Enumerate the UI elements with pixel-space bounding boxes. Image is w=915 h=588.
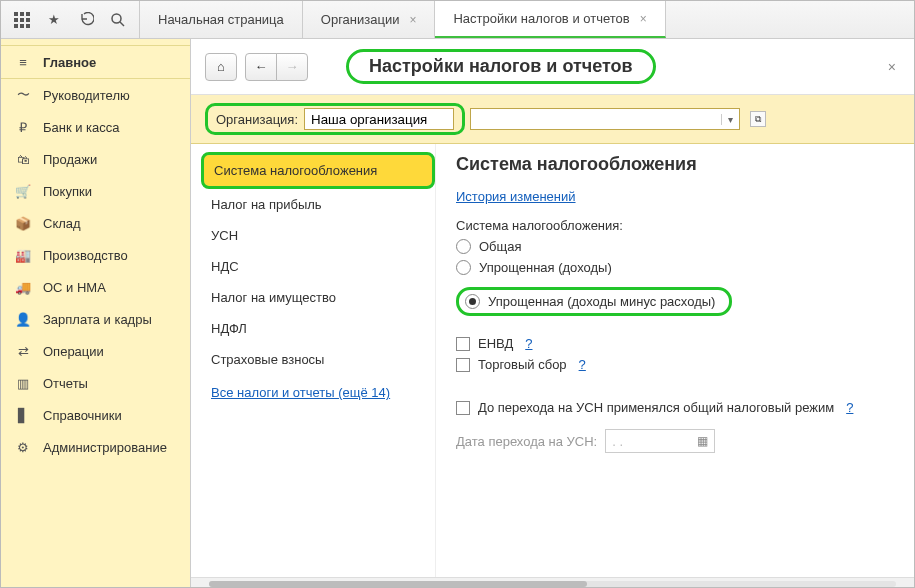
- sidebar-item-label: ОС и НМА: [43, 280, 106, 295]
- truck-icon: 🚚: [15, 279, 31, 295]
- star-icon[interactable]: ★: [45, 11, 63, 29]
- checkbox-label: Торговый сбор: [478, 357, 567, 372]
- section-insurance[interactable]: Страховые взносы: [201, 344, 435, 375]
- sidebar-item-purchases[interactable]: 🛒Покупки: [1, 175, 190, 207]
- sidebar-item-label: Руководителю: [43, 88, 130, 103]
- apps-icon[interactable]: [13, 11, 31, 29]
- sidebar-item-admin[interactable]: ⚙Администрирование: [1, 431, 190, 463]
- organization-input[interactable]: [304, 108, 454, 130]
- arrow-left-icon: ←: [255, 59, 268, 74]
- swap-icon: ⇄: [15, 343, 31, 359]
- checkbox-icon[interactable]: [456, 337, 470, 351]
- popup-open-icon[interactable]: ⧉: [750, 111, 766, 127]
- section-label: НДС: [211, 259, 239, 274]
- panel-heading: Система налогообложения: [456, 154, 894, 175]
- content-row: Система налогообложения Налог на прибыль…: [191, 144, 914, 577]
- checkbox-pre-usn-general-regime[interactable]: До перехода на УСН применялся общий нало…: [456, 400, 894, 415]
- section-vat[interactable]: НДС: [201, 251, 435, 282]
- svg-rect-7: [20, 24, 24, 28]
- tab-organizations[interactable]: Организации×: [303, 1, 436, 38]
- sidebar-item-warehouse[interactable]: 📦Склад: [1, 207, 190, 239]
- checkbox-trade-fee[interactable]: Торговый сбор ?: [456, 357, 894, 372]
- section-label: Система налогообложения: [214, 163, 377, 178]
- search-icon[interactable]: [109, 11, 127, 29]
- radio-icon[interactable]: [465, 294, 480, 309]
- organization-select[interactable]: ▾: [470, 108, 740, 130]
- sidebar-item-label: Покупки: [43, 184, 92, 199]
- help-icon[interactable]: ?: [525, 336, 532, 351]
- radio-group-label: Система налогообложения:: [456, 218, 894, 233]
- radio-icon[interactable]: [456, 260, 471, 275]
- section-label: Налог на имущество: [211, 290, 336, 305]
- date-label: Дата перехода на УСН:: [456, 434, 597, 449]
- chevron-down-icon[interactable]: ▾: [721, 114, 739, 125]
- section-property-tax[interactable]: Налог на имущество: [201, 282, 435, 313]
- svg-rect-6: [14, 24, 18, 28]
- help-icon[interactable]: ?: [846, 400, 853, 415]
- radio-usn-income[interactable]: Упрощенная (доходы): [456, 260, 894, 275]
- top-icon-row: ★: [1, 1, 140, 38]
- radio-usn-income-minus-expenses[interactable]: Упрощенная (доходы минус расходы): [456, 287, 732, 316]
- history-icon[interactable]: [77, 11, 95, 29]
- close-icon[interactable]: ×: [640, 12, 647, 26]
- tab-tax-settings[interactable]: Настройки налогов и отчетов×: [435, 1, 665, 38]
- sidebar-item-production[interactable]: 🏭Производство: [1, 239, 190, 271]
- svg-rect-1: [20, 12, 24, 16]
- factory-icon: 🏭: [15, 247, 31, 263]
- svg-line-10: [120, 22, 124, 26]
- sidebar: ≡Главное 〜Руководителю ₽Банк и касса 🛍Пр…: [1, 39, 191, 588]
- sidebar-item-bank[interactable]: ₽Банк и касса: [1, 111, 190, 143]
- section-tax-system[interactable]: Система налогообложения: [201, 152, 435, 189]
- page-toolbar: ⌂ ← → Настройки налогов и отчетов ×: [191, 39, 914, 95]
- radio-label: Общая: [479, 239, 522, 254]
- svg-rect-2: [26, 12, 30, 16]
- radio-icon[interactable]: [456, 239, 471, 254]
- scroll-thumb[interactable]: [209, 581, 587, 587]
- sidebar-item-assets[interactable]: 🚚ОС и НМА: [1, 271, 190, 303]
- scroll-track[interactable]: [209, 581, 896, 587]
- sidebar-item-label: Справочники: [43, 408, 122, 423]
- sidebar-item-hr[interactable]: 👤Зарплата и кадры: [1, 303, 190, 335]
- checkbox-icon[interactable]: [456, 401, 470, 415]
- section-usn[interactable]: УСН: [201, 220, 435, 251]
- section-label: Налог на прибыль: [211, 197, 322, 212]
- calendar-icon[interactable]: ▦: [697, 434, 708, 448]
- tab-home[interactable]: Начальная страница: [140, 1, 303, 38]
- sidebar-item-manager[interactable]: 〜Руководителю: [1, 79, 190, 111]
- forward-button[interactable]: →: [276, 53, 308, 81]
- sidebar-item-main[interactable]: ≡Главное: [1, 45, 190, 79]
- svg-rect-4: [20, 18, 24, 22]
- close-page-button[interactable]: ×: [884, 55, 900, 79]
- sidebar-item-label: Зарплата и кадры: [43, 312, 152, 327]
- book-icon: ▋: [15, 407, 31, 423]
- section-list: Система налогообложения Налог на прибыль…: [191, 144, 436, 577]
- help-icon[interactable]: ?: [579, 357, 586, 372]
- radio-label: Упрощенная (доходы минус расходы): [488, 294, 715, 309]
- radio-general[interactable]: Общая: [456, 239, 894, 254]
- gear-icon: ⚙: [15, 439, 31, 455]
- sidebar-item-references[interactable]: ▋Справочники: [1, 399, 190, 431]
- sidebar-item-label: Операции: [43, 344, 104, 359]
- ruble-icon: ₽: [15, 119, 31, 135]
- section-profit-tax[interactable]: Налог на прибыль: [201, 189, 435, 220]
- sidebar-item-reports[interactable]: ▥Отчеты: [1, 367, 190, 399]
- tab-label: Организации: [321, 12, 400, 27]
- sidebar-item-operations[interactable]: ⇄Операции: [1, 335, 190, 367]
- sidebar-item-label: Продажи: [43, 152, 97, 167]
- person-icon: 👤: [15, 311, 31, 327]
- home-icon: ⌂: [217, 59, 225, 74]
- home-button[interactable]: ⌂: [205, 53, 237, 81]
- chart-icon: 〜: [15, 87, 31, 103]
- checkbox-envd[interactable]: ЕНВД ?: [456, 336, 894, 351]
- section-ndfl[interactable]: НДФЛ: [201, 313, 435, 344]
- horizontal-scrollbar[interactable]: [191, 577, 914, 588]
- organization-highlight: Организация:: [205, 103, 465, 135]
- all-taxes-link[interactable]: Все налоги и отчеты (ещё 14): [201, 375, 400, 400]
- checkbox-icon[interactable]: [456, 358, 470, 372]
- sidebar-item-sales[interactable]: 🛍Продажи: [1, 143, 190, 175]
- svg-rect-0: [14, 12, 18, 16]
- usn-date-input[interactable]: . . ▦: [605, 429, 715, 453]
- close-icon[interactable]: ×: [409, 13, 416, 27]
- history-link[interactable]: История изменений: [456, 189, 576, 204]
- back-button[interactable]: ←: [245, 53, 277, 81]
